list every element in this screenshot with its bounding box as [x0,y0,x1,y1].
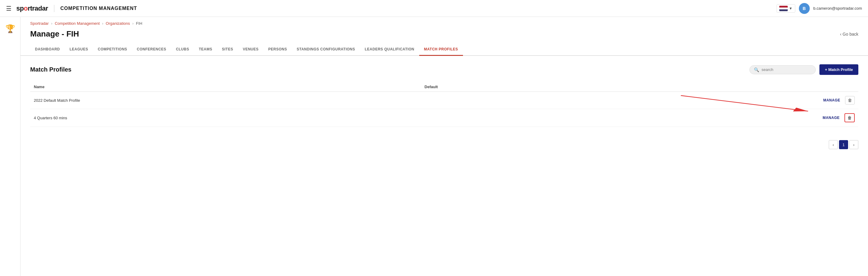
profile-default [421,109,571,127]
section-title: Match Profiles [30,66,71,73]
breadcrumb: Sportradar › Competition Management › Or… [21,17,868,28]
language-selector[interactable]: ▼ [777,4,795,13]
tab-dashboard[interactable]: DASHBOARD [30,43,65,56]
tab-venues[interactable]: VENUES [238,43,263,56]
breadcrumb-sep-3: › [132,22,134,26]
tab-competitions[interactable]: COMPETITIONS [93,43,132,56]
main-content: Sportradar › Competition Management › Or… [21,17,868,276]
tab-teams[interactable]: TEAMS [194,43,217,56]
tab-persons[interactable]: PERSONS [264,43,292,56]
chevron-down-icon: ▼ [789,6,793,10]
search-input[interactable] [762,67,811,72]
breadcrumb-organizations[interactable]: Organizations [105,21,130,26]
search-box: 🔍 [749,65,816,74]
go-back-button[interactable]: ‹ Go back [840,32,858,36]
trophy-icon[interactable]: 🏆 [5,24,15,33]
breadcrumb-fih: FIH [136,21,143,26]
pagination-next[interactable]: › [849,140,858,149]
logo-o: o [24,4,28,12]
navbar-right: ▼ B b.cameron@sportradar.com [777,3,862,14]
search-icon: 🔍 [754,67,759,72]
tab-sites[interactable]: SITES [217,43,238,56]
page-heading: Manage - FIH ‹ Go back [21,28,868,43]
tab-standings_configurations[interactable]: STANDINGS CONFIGURATIONS [292,43,360,56]
table-wrapper: Name Default 2022 Default Match ProfileM… [30,82,858,127]
navbar: ☰ sportradar COMPETITION MANAGEMENT ▼ B … [0,0,868,17]
table-row: 2022 Default Match ProfileMANAGE🗑 [30,92,858,109]
col-default: Default [421,82,571,92]
app-logo: sportradar [16,4,48,12]
manage-link[interactable]: MANAGE [823,98,840,102]
page-title: Manage - FIH [30,29,79,39]
add-match-profile-button[interactable]: + Match Profile [819,64,858,75]
tab-match_profiles[interactable]: MATCH PROFILES [419,43,463,56]
col-name: Name [30,82,421,92]
breadcrumb-competition-management[interactable]: Competition Management [55,21,100,26]
hamburger-icon[interactable]: ☰ [6,5,11,12]
tab-leaders_qualification[interactable]: LEADERS QUALIFICATION [360,43,419,56]
breadcrumb-sep-2: › [102,22,103,26]
tab-conferences[interactable]: CONFERENCES [132,43,171,56]
pagination-page-1[interactable]: 1 [839,140,848,149]
chevron-left-icon: ‹ [840,32,841,36]
header-right: 🔍 + Match Profile [749,64,858,75]
breadcrumb-sep-1: › [51,22,52,26]
logo-text: sportradar [16,4,48,12]
navbar-divider [54,5,54,12]
match-profiles-table: Name Default 2022 Default Match ProfileM… [30,82,858,127]
table-row: 4 Quarters 60 minsMANAGE🗑 [30,109,858,127]
tabs-bar: DASHBOARDLEAGUESCOMPETITIONSCONFERENCESC… [21,43,868,56]
breadcrumb-sportradar[interactable]: Sportradar [30,21,49,26]
profile-default [421,92,571,109]
content-area: Match Profiles 🔍 + Match Profile [21,56,868,135]
tab-clubs[interactable]: CLUBS [171,43,194,56]
delete-button[interactable]: 🗑 [845,96,855,104]
profile-name: 4 Quarters 60 mins [30,109,421,127]
tab-leagues[interactable]: LEAGUES [65,43,93,56]
pagination: ‹ 1 › [21,135,868,154]
sidebar: 🏆 [0,17,21,276]
profile-name: 2022 Default Match Profile [30,92,421,109]
user-avatar: B [799,3,810,14]
app-title: COMPETITION MANAGEMENT [60,6,137,11]
row-actions: MANAGE🗑 [571,92,858,109]
go-back-label: Go back [843,32,858,36]
user-email: b.cameron@sportradar.com [813,6,862,10]
manage-link[interactable]: MANAGE [823,116,840,120]
section-header: Match Profiles 🔍 + Match Profile [30,64,858,75]
flag-icon [779,6,788,11]
delete-button[interactable]: 🗑 [844,113,855,122]
row-actions: MANAGE🗑 [571,109,858,127]
pagination-prev[interactable]: ‹ [829,140,838,149]
